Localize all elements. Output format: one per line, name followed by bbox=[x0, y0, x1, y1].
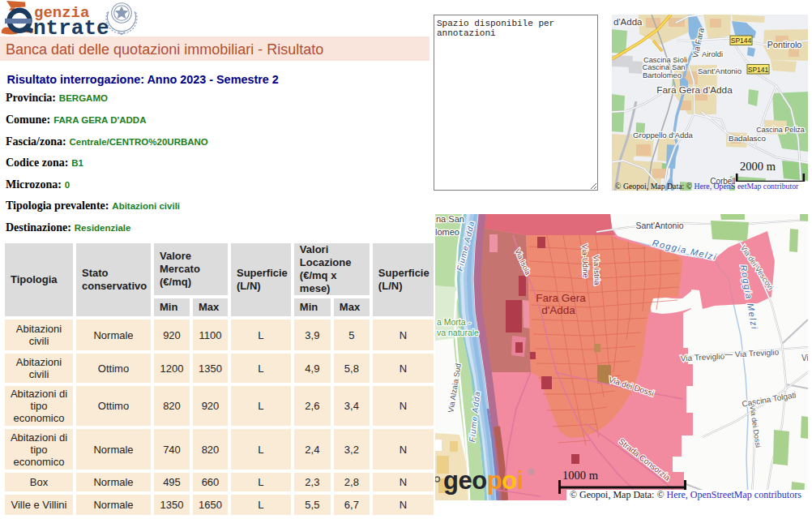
svg-text:Fara Gera d'Adda: Fara Gera d'Adda bbox=[656, 84, 733, 96]
svg-text:—: — bbox=[724, 350, 733, 358]
svg-text:a Morta -: a Morta - bbox=[437, 317, 472, 327]
svg-text:Via Istria: Via Istria bbox=[592, 255, 601, 285]
svg-text:2000 m: 2000 m bbox=[740, 160, 776, 173]
svg-text:Vi: Vi bbox=[801, 354, 808, 362]
svg-text:d'Adda: d'Adda bbox=[541, 304, 575, 316]
svg-text:© Geopoi, Map Data: © Here, Op: © Geopoi, Map Data: © Here, OpenS bbox=[615, 182, 735, 191]
svg-text:1000 m: 1000 m bbox=[562, 469, 599, 482]
svg-text:na San: na San bbox=[436, 214, 464, 224]
svg-text:Badalasco: Badalasco bbox=[729, 134, 766, 143]
svg-text:va naturale: va naturale bbox=[437, 328, 479, 337]
svg-text:© Geopoi, Map Data: © Here, Op: © Geopoi, Map Data: © Here, OpenStreetMa… bbox=[570, 489, 801, 500]
svg-text:®: ® bbox=[528, 467, 534, 477]
svg-text:eetMap contributor: eetMap contributor bbox=[737, 182, 799, 191]
svg-text:lomeo: lomeo bbox=[435, 227, 459, 237]
svg-text:Sant'Antonio: Sant'Antonio bbox=[698, 66, 741, 75]
svg-text:Fara Gera: Fara Gera bbox=[536, 292, 586, 304]
svg-text:Airoldi: Airoldi bbox=[702, 49, 723, 58]
svg-text:Cascina Peliza: Cascina Peliza bbox=[756, 126, 805, 134]
svg-text:Bartolomeo: Bartolomeo bbox=[643, 71, 682, 79]
svg-text:geopoi: geopoi bbox=[443, 466, 524, 495]
svg-text:d'Adda: d'Adda bbox=[613, 17, 643, 27]
svg-text:Pontirolo: Pontirolo bbox=[767, 40, 802, 49]
svg-text:SP141: SP141 bbox=[748, 66, 769, 74]
svg-text:Via-Udine: Via-Udine bbox=[580, 244, 590, 278]
svg-text:SP144: SP144 bbox=[731, 36, 752, 45]
svg-text:Sant'Antonio: Sant'Antonio bbox=[635, 221, 683, 230]
svg-text:Groppello d'Adda: Groppello d'Adda bbox=[633, 131, 694, 139]
